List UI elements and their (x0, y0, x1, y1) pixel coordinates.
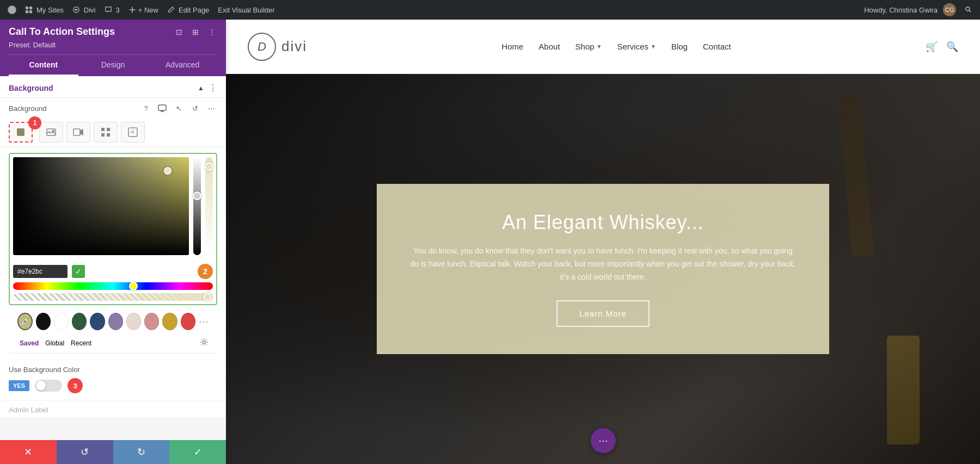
gradient-thumb[interactable] (164, 167, 171, 175)
yes-button[interactable]: YES (9, 380, 29, 391)
tab-content[interactable]: Content (9, 55, 78, 76)
yes-toggle-row: YES 3 (9, 378, 217, 393)
color-tab-global[interactable]: Global (43, 338, 66, 348)
search-icon[interactable]: 🔍 (946, 41, 958, 53)
wp-logo-item[interactable] (5, 5, 19, 14)
hero-title: An Elegant Whiskey... (409, 211, 797, 234)
svg-rect-15 (107, 133, 110, 137)
divi-item[interactable]: Divi (70, 6, 98, 14)
swatch-purple[interactable] (108, 313, 123, 330)
toggle-thumb (36, 381, 46, 391)
bg-reset-icon[interactable]: ↺ (189, 102, 201, 114)
svg-rect-11 (74, 129, 80, 135)
bottom-action-bar: ✕ ↺ ↻ ✓ (0, 440, 226, 464)
search-item[interactable] (963, 6, 975, 14)
admin-bar: My Sites Divi 3 + New Edit Page Exit Vis… (0, 0, 980, 20)
swatch-red[interactable] (181, 313, 195, 330)
svg-rect-3 (26, 10, 28, 13)
nav-blog[interactable]: Blog (671, 42, 688, 51)
step-badge-2: 2 (198, 264, 213, 279)
sidebar-resize-icon[interactable]: ⊡ (174, 27, 185, 38)
swatch-gold[interactable] (162, 313, 177, 330)
svg-point-10 (53, 131, 54, 132)
swatch-pink[interactable] (144, 313, 159, 330)
background-section-title: Background (9, 84, 53, 92)
alpha-vertical-slider[interactable] (205, 157, 213, 255)
color-tab-recent[interactable]: Recent (69, 338, 94, 348)
comments-item[interactable]: 3 (102, 6, 122, 14)
svg-rect-12 (101, 128, 105, 131)
swatch-blue[interactable] (90, 313, 105, 330)
color-tab-settings-icon[interactable] (200, 338, 209, 349)
logo-text: divi (281, 38, 307, 55)
cart-icon[interactable]: 🛒 (926, 41, 938, 53)
color-tab-saved[interactable]: Saved (17, 338, 41, 348)
my-sites-item[interactable]: My Sites (23, 6, 66, 14)
alpha-slider[interactable] (13, 293, 213, 301)
site-nav: Home About Shop ▼ Services ▼ Blog Contac… (501, 42, 731, 51)
bg-cursor-icon[interactable]: ↖ (173, 102, 185, 114)
svg-point-17 (203, 341, 206, 344)
nav-home[interactable]: Home (501, 42, 523, 51)
sidebar-preset[interactable]: Preset: Default (9, 41, 217, 49)
bg-options-icon[interactable]: ⋯ (205, 102, 217, 114)
avatar: CG (943, 3, 956, 16)
hero-cta-button[interactable]: Learn More (556, 300, 650, 327)
color-gradient-canvas[interactable] (13, 157, 189, 255)
alpha-vertical-container (205, 157, 213, 259)
color-type-image[interactable] (39, 122, 63, 143)
admin-label-text: Admin Label (9, 406, 217, 414)
sidebar-layout-icon[interactable]: ⊞ (190, 27, 201, 38)
hue-row (13, 282, 213, 301)
color-picker-area: ✓ 2 (0, 147, 226, 359)
edit-page-item[interactable]: Edit Page (165, 6, 211, 14)
vertical-slider-container (193, 157, 201, 259)
hue-slider[interactable] (13, 282, 213, 290)
swatch-more-icon[interactable]: ⋯ (199, 315, 209, 327)
tab-advanced[interactable]: Advanced (148, 55, 217, 76)
admin-label-section: Admin Label (0, 400, 226, 417)
svg-rect-8 (17, 128, 24, 136)
exit-visual-builder-item[interactable]: Exit Visual Builder (216, 6, 277, 14)
hue-thumb[interactable] (129, 282, 138, 290)
svg-rect-7 (158, 105, 166, 110)
float-action-button[interactable]: ⋯ (591, 428, 616, 453)
bg-color-toggle[interactable] (35, 380, 62, 392)
admin-bar-left: My Sites Divi 3 + New Edit Page Exit Vis… (5, 5, 857, 14)
nav-about[interactable]: About (538, 42, 560, 51)
color-type-pattern[interactable] (94, 122, 118, 143)
swatch-green[interactable] (72, 313, 87, 330)
howdy-item[interactable]: Howdy, Christina Gwira CG (862, 3, 958, 16)
cancel-button[interactable]: ✕ (0, 440, 57, 464)
brightness-thumb[interactable] (193, 191, 201, 200)
save-button[interactable]: ✓ (169, 440, 226, 464)
sidebar-more-icon[interactable]: ⋮ (206, 27, 217, 38)
swatch-pink-light[interactable] (126, 313, 141, 330)
hex-input[interactable] (13, 265, 68, 278)
step-badge-1: 1 (28, 116, 41, 129)
section-more-icon[interactable]: ⋮ (209, 83, 217, 93)
section-collapse-icon[interactable]: ▲ (198, 84, 204, 92)
redo-button[interactable]: ↻ (113, 440, 170, 464)
tab-design[interactable]: Design (78, 55, 148, 76)
alpha-thumb[interactable] (203, 293, 212, 301)
nav-services[interactable]: Services ▼ (617, 42, 656, 51)
hex-input-row: ✓ 2 (13, 264, 213, 279)
swatches-row: 💉 ⋯ (9, 310, 217, 336)
color-type-video[interactable] (66, 122, 90, 143)
site-logo: D divi (248, 33, 307, 61)
alpha-vertical-thumb[interactable] (205, 162, 213, 171)
brightness-slider[interactable] (193, 157, 201, 255)
notes-item[interactable]: + New (126, 6, 161, 14)
swatch-white[interactable] (54, 313, 69, 330)
nav-contact[interactable]: Contact (703, 42, 731, 51)
swatch-eyedropper[interactable]: 💉 (17, 313, 33, 330)
nav-shop[interactable]: Shop ▼ (575, 42, 602, 51)
admin-bar-right: Howdy, Christina Gwira CG (862, 3, 975, 16)
bg-desktop-icon[interactable] (156, 102, 168, 114)
undo-button[interactable]: ↺ (57, 440, 113, 464)
hex-confirm-btn[interactable]: ✓ (72, 265, 85, 278)
bg-help-icon[interactable]: ? (140, 102, 152, 114)
swatch-black[interactable] (36, 313, 51, 330)
color-type-mask[interactable] (121, 122, 145, 143)
